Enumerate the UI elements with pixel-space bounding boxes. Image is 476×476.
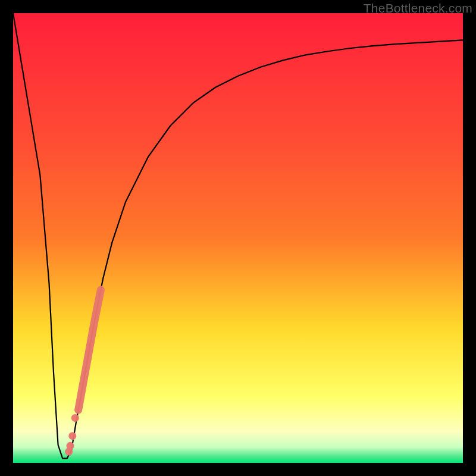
svg-point-1 xyxy=(71,414,79,422)
svg-point-2 xyxy=(68,432,76,440)
watermark-label: TheBottleneck.com xyxy=(364,1,472,15)
svg-point-4 xyxy=(67,442,74,450)
chart-svg xyxy=(13,13,463,463)
chart-frame: TheBottleneck.com xyxy=(0,0,476,476)
plot-area xyxy=(13,13,463,463)
